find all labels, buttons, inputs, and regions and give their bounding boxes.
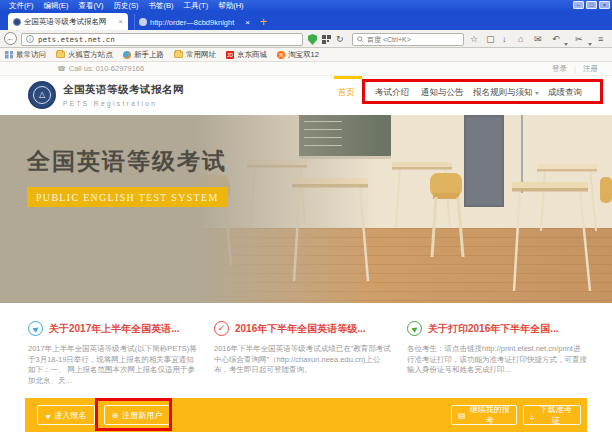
tab-bar: 全国英语等级考试报名网 × http://order—8cbd9knight ×… <box>0 11 612 30</box>
site-subtitle: PETS Registration <box>63 100 184 107</box>
hero-badge: PUBLIC ENGLISH TEST SYSTEM <box>27 187 228 207</box>
security-shield-icon[interactable] <box>308 34 317 45</box>
news-card-1[interactable]: ▶ 关于2017年上半年全国英语... 2017年上半年全国英语等级考试(以下简… <box>28 321 198 386</box>
news-card-2[interactable]: ✓ 2016年下半年全国英语等级... 2016年下半年全国英语等级考试成绩已在… <box>214 321 394 376</box>
register-link[interactable]: 注册 <box>583 64 598 74</box>
paper-plane-icon: ▶ <box>44 411 52 419</box>
register-new-user-button[interactable]: ⊕ 注册新用户 <box>104 405 170 425</box>
call-us-text: Call us: 010-62979166 <box>69 64 144 73</box>
bookmark-label: 新手上路 <box>134 50 164 60</box>
news-title[interactable]: 2016年下半年全国英语等级... <box>235 322 366 336</box>
hamburger-menu-icon[interactable]: ≡ <box>598 32 603 46</box>
bookmarks-bar: 最常访问 火狐官方站点 新手上路 常用网址 JD京东商城 淘淘宝双12 <box>0 48 612 62</box>
auth-links: 登录 | 注册 <box>552 64 598 74</box>
back-button[interactable]: ← <box>4 32 17 45</box>
tab-title: 全国英语等级考试报名网 <box>24 17 115 27</box>
bookmark-label: 京东商城 <box>237 50 267 60</box>
bookmark-taobao[interactable]: 淘淘宝双12 <box>277 50 319 60</box>
news-section: ▶ 关于2017年上半年全国英语... 2017年上半年全国英语等级考试(以下简… <box>0 303 612 398</box>
site-header: 全国英语等级考试报名网 PETS Registration 首页 考试介绍 通知… <box>0 76 612 115</box>
downloads-icon[interactable]: ↓ <box>502 32 507 46</box>
continue-registration-button[interactable]: ▤ 继续我的报考 <box>451 405 517 425</box>
menu-view[interactable]: 查看(V) <box>74 0 109 11</box>
minimize-button[interactable]: – <box>573 1 584 9</box>
site-info-icon[interactable]: i <box>26 35 34 43</box>
paper-plane-icon: ▶ <box>407 321 422 336</box>
tab-pets-site[interactable]: 全国英语等级考试报名网 × <box>8 13 128 30</box>
nav-rules[interactable]: 报名规则与须知 <box>473 87 539 99</box>
download-icon: ↓ <box>530 411 534 419</box>
menu-edit[interactable]: 编辑(E) <box>39 0 74 11</box>
active-nav-indicator <box>334 76 362 79</box>
close-window-button[interactable]: × <box>599 1 610 9</box>
tab-order-page[interactable]: http://order—8cbd9knight × <box>134 14 254 30</box>
jd-icon: JD <box>226 51 234 59</box>
nav-exam-intro[interactable]: 考试介绍 <box>375 87 409 99</box>
new-tab-button[interactable]: + <box>260 14 267 30</box>
bookmark-label: 火狐官方站点 <box>68 50 113 60</box>
url-input[interactable] <box>38 35 298 44</box>
undo-icon[interactable]: ↶ <box>552 32 560 46</box>
chat-icon[interactable]: ✉ <box>534 32 542 46</box>
download-admission-ticket-button[interactable]: ↓ 下载准考证 <box>523 405 581 425</box>
restore-button[interactable]: □ <box>586 1 597 9</box>
paper-plane-icon: ▶ <box>28 321 43 336</box>
search-input[interactable] <box>367 36 459 43</box>
home-icon[interactable]: ⌂ <box>518 32 523 46</box>
url-bar[interactable]: i <box>21 33 303 46</box>
book-icon: ▤ <box>458 411 466 420</box>
grid-icon <box>5 51 13 59</box>
bookmark-most-visited[interactable]: 最常访问 <box>5 50 46 60</box>
tab-title: http://order—8cbd9knight <box>150 18 242 27</box>
nav-home[interactable]: 首页 <box>338 87 355 99</box>
menu-help[interactable]: 帮助(H) <box>213 0 248 11</box>
news-card-3[interactable]: ▶ 关于打印2016年下半年全国... 各位考生：请点击链接http://pri… <box>407 321 587 376</box>
bookmark-star-icon[interactable]: ☆ <box>470 32 478 46</box>
pocket-icon[interactable]: ▢ <box>486 32 495 46</box>
refresh-icon[interactable]: ↻ <box>336 32 344 46</box>
close-tab-icon[interactable]: × <box>118 17 123 26</box>
nav-scores[interactable]: 成绩查询 <box>548 87 582 99</box>
qr-code-icon[interactable] <box>322 35 331 44</box>
news-title[interactable]: 关于2017年上半年全国英语... <box>49 322 180 336</box>
bookmark-getting-started[interactable]: 新手上路 <box>123 50 164 60</box>
site-logo[interactable]: 全国英语等级考试报名网 PETS Registration <box>28 81 184 109</box>
screenshot-icon[interactable]: ✂ <box>575 32 583 46</box>
plus-circle-icon: ⊕ <box>112 411 119 420</box>
browser-menubar: 文件(F) 编辑(E) 查看(V) 历史(S) 书签(B) 工具(T) 帮助(H… <box>0 0 612 11</box>
phone-icon: ☎ <box>57 65 66 73</box>
window-controls: – □ × <box>573 1 610 9</box>
folder-icon <box>56 51 65 58</box>
news-body: 2016年下半年全国英语等级考试成绩已在“教育部考试中心综合查询网”（http:… <box>214 344 394 376</box>
nav-notices[interactable]: 通知与公告 <box>421 87 464 99</box>
button-label: 继续我的报考 <box>470 404 510 426</box>
menu-file[interactable]: 文件(F) <box>4 0 39 11</box>
hero-banner: 全国英语等级考试 PUBLIC ENGLISH TEST SYSTEM <box>0 115 612 303</box>
menu-tools[interactable]: 工具(T) <box>179 0 214 11</box>
close-tab-icon[interactable]: × <box>245 18 250 27</box>
menu-history[interactable]: 历史(S) <box>109 0 144 11</box>
button-label: 注册新用户 <box>122 410 162 421</box>
call-us: ☎ Call us: 010-62979166 <box>57 64 144 73</box>
bookmark-jd[interactable]: JD京东商城 <box>226 50 267 60</box>
hero-title: 全国英语等级考试 <box>27 146 227 177</box>
news-body: 各位考生：请点击链接http://print.etest.net.cn/prin… <box>407 344 587 376</box>
menu-bookmarks[interactable]: 书签(B) <box>144 0 179 11</box>
bookmark-label: 最常访问 <box>16 50 46 60</box>
site-title: 全国英语等级考试报名网 <box>63 83 184 97</box>
chevron-down-icon <box>535 92 539 95</box>
divider: | <box>574 65 576 74</box>
login-link[interactable]: 登录 <box>552 64 567 74</box>
search-bar[interactable] <box>352 33 464 46</box>
bookmark-common-sites[interactable]: 常用网址 <box>174 50 216 60</box>
site-topbar: ☎ Call us: 010-62979166 登录 | 注册 <box>0 62 612 76</box>
globe-favicon-icon <box>139 18 147 26</box>
bookmark-firefox-official[interactable]: 火狐官方站点 <box>56 50 113 60</box>
bookmark-label: 淘宝双12 <box>288 50 319 60</box>
site-favicon-icon <box>13 18 21 26</box>
enter-registration-button[interactable]: ▶ 进入报名 <box>37 405 95 425</box>
button-label: 下载准考证 <box>538 404 575 426</box>
action-bar: ▶ 进入报名 ⊕ 注册新用户 ▤ 继续我的报考 ↓ 下载准考证 <box>25 398 587 432</box>
news-title[interactable]: 关于打印2016年下半年全国... <box>428 322 559 336</box>
folder-icon <box>174 51 183 58</box>
